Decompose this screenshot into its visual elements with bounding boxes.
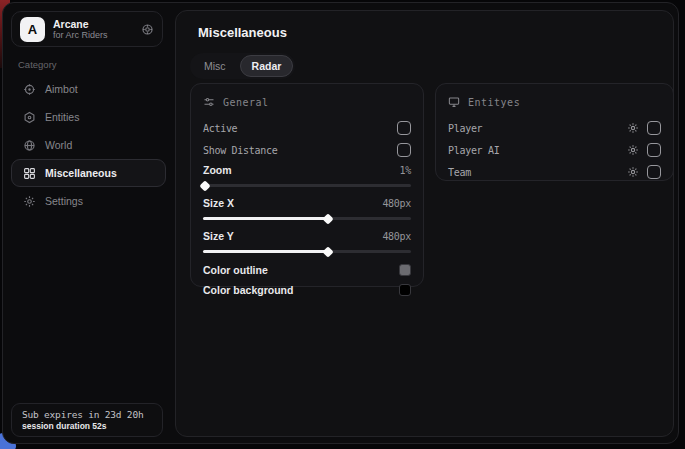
size-x-value: 480px [382,198,411,209]
size-x-label: Size X [203,197,234,209]
sidebar-item-miscellaneous[interactable]: Miscellaneous [11,159,166,187]
size-x-slider-thumb[interactable] [322,213,333,224]
brand-subtitle: for Arc Riders [53,30,133,40]
active-label: Active [203,123,237,134]
general-panel-header: General [203,96,411,108]
color-background-swatch[interactable] [399,284,411,296]
color-outline-label: Color outline [203,264,268,276]
size-x-row: Size X 480px [203,194,411,212]
size-x-slider-fill [203,217,328,220]
crosshair-icon [23,83,36,96]
brand-logo: A [20,17,45,42]
color-outline-swatch[interactable] [399,264,411,276]
sidebar-item-world[interactable]: World [11,131,166,159]
zoom-row: Zoom 1% [203,161,411,179]
page-title: Miscellaneous [198,25,287,40]
player-gear-icon[interactable] [627,122,639,134]
size-x-slider-block: Size X 480px [203,194,411,220]
size-y-slider-fill [203,250,328,253]
grid-icon [23,167,36,180]
active-row: Active [203,117,411,139]
color-background-row: Color background [203,280,411,300]
size-x-slider[interactable] [203,217,411,220]
zoom-value: 1% [400,165,411,176]
size-y-row: Size Y 480px [203,227,411,245]
player-ai-label: Player AI [448,145,500,156]
size-y-slider-block: Size Y 480px [203,227,411,253]
team-label: Team [448,167,471,178]
team-checkbox[interactable] [647,165,661,179]
team-gear-icon[interactable] [627,166,639,178]
zoom-slider-block: Zoom 1% [203,161,411,187]
zoom-slider[interactable] [203,184,411,187]
size-y-value: 480px [382,231,411,242]
player-ai-row: Player AI [448,139,661,161]
sidebar-nav: Aimbot Entities World [11,75,166,215]
session-duration-text: session duration 52s [22,421,152,431]
entities-icon [23,111,36,124]
brand-card: A Arcane for Arc Riders [11,11,163,47]
category-label: Category [18,59,57,70]
brand-initial: A [28,22,37,37]
sidebar-item-label: Entities [45,111,79,123]
monitor-icon [448,96,460,108]
sidebar-item-label: Settings [45,195,83,207]
show-distance-checkbox[interactable] [397,143,411,157]
entities-panel-title: Entityes [468,97,520,108]
player-ai-checkbox[interactable] [647,143,661,157]
brand-title: Arcane [53,18,133,30]
tab-bar: Misc Radar [190,53,295,79]
player-row: Player [448,117,661,139]
size-y-label: Size Y [203,230,234,242]
zoom-slider-thumb[interactable] [199,180,210,191]
entities-panel: Entityes Player Player AI [435,83,674,181]
sidebar-item-label: Miscellaneous [45,167,117,179]
app-window: A Arcane for Arc Riders Category [2,2,679,444]
tab-radar[interactable]: Radar [240,55,294,77]
player-label: Player [448,123,482,134]
active-checkbox[interactable] [397,121,411,135]
subscription-status-card: Sub expires in 23d 20h session duration … [11,403,163,437]
size-y-slider[interactable] [203,250,411,253]
show-distance-row: Show Distance [203,139,411,161]
entities-panel-header: Entityes [448,96,661,108]
sidebar-item-aimbot[interactable]: Aimbot [11,75,166,103]
sidebar-item-label: Aimbot [45,83,78,95]
lifebuoy-icon[interactable] [141,23,154,36]
globe-icon [23,139,36,152]
main-content: Miscellaneous Misc Radar General Active … [175,10,674,437]
sliders-icon [203,96,215,108]
tab-misc[interactable]: Misc [192,55,238,77]
size-y-slider-thumb[interactable] [322,246,333,257]
color-outline-row: Color outline [203,260,411,280]
general-panel-title: General [223,97,269,108]
player-ai-gear-icon[interactable] [627,144,639,156]
team-row: Team [448,161,661,183]
sidebar-item-settings[interactable]: Settings [11,187,166,215]
sidebar-item-label: World [45,139,72,151]
sidebar-item-entities[interactable]: Entities [11,103,166,131]
brand-text: Arcane for Arc Riders [53,18,133,40]
show-distance-label: Show Distance [203,145,277,156]
gear-icon [23,195,36,208]
sub-expires-text: Sub expires in 23d 20h [22,409,152,420]
color-background-label: Color background [203,284,293,296]
general-panel: General Active Show Distance Zoom 1% [190,83,424,287]
sidebar: A Arcane for Arc Riders Category [3,3,174,443]
zoom-label: Zoom [203,164,232,176]
player-checkbox[interactable] [647,121,661,135]
